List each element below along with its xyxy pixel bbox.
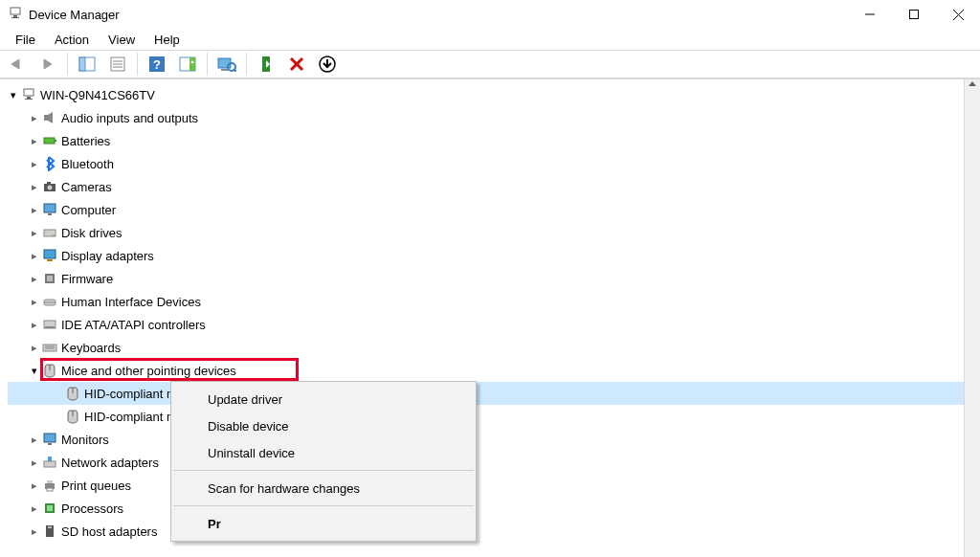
chevron-right-icon[interactable]: ▸	[29, 181, 40, 193]
speaker-icon	[40, 110, 59, 125]
svg-rect-0	[11, 8, 20, 14]
forward-button[interactable]	[34, 52, 61, 77]
scan-hardware-toolbar-button[interactable]	[213, 52, 240, 77]
cpu-icon	[40, 501, 59, 516]
chevron-right-icon[interactable]: ▸	[29, 342, 40, 354]
back-button[interactable]	[4, 52, 31, 77]
console-tree-button[interactable]	[74, 52, 100, 77]
tree-category-ide[interactable]: ▸IDE ATA/ATAPI controllers	[8, 313, 964, 336]
tree-category-monitor[interactable]: ▸Monitors	[8, 428, 964, 451]
camera-icon	[40, 179, 59, 194]
menu-help[interactable]: Help	[145, 31, 189, 49]
close-button[interactable]	[936, 0, 980, 29]
chevron-down-icon[interactable]: ▾	[29, 365, 40, 377]
menu-view[interactable]: View	[99, 31, 145, 49]
chevron-right-icon[interactable]: ▸	[29, 296, 40, 308]
ctx-disable-device[interactable]: Disable device	[171, 412, 476, 439]
tree-label: Network adapters	[61, 456, 159, 470]
chevron-right-icon[interactable]: ▸	[29, 158, 40, 170]
tree-category-camera[interactable]: ▸Cameras	[8, 175, 964, 198]
svg-point-32	[48, 186, 53, 190]
tree-item-mouse[interactable]: HID-compliant mouse	[8, 382, 964, 405]
maximize-button[interactable]	[892, 0, 936, 29]
enable-device-toolbar-button[interactable]	[253, 52, 279, 77]
vertical-scrollbar[interactable]	[964, 79, 980, 557]
tree-category-speaker[interactable]: ▸Audio inputs and outputs	[8, 106, 964, 129]
ctx-scan-hardware[interactable]: Scan for hardware changes	[171, 475, 476, 501]
chevron-right-icon[interactable]: ▸	[29, 434, 40, 446]
tree-category-sd[interactable]: ▸SD host adapters	[8, 520, 964, 543]
ctx-uninstall-device[interactable]: Uninstall device	[171, 439, 476, 466]
tree-category-disk[interactable]: ▸Disk drives	[8, 221, 964, 244]
tree-category-mouse[interactable]: ▾Mice and other pointing devices	[8, 359, 964, 382]
chip-icon	[40, 271, 59, 286]
svg-text:?: ?	[153, 57, 161, 72]
ide-icon	[40, 317, 59, 332]
svg-rect-1	[13, 15, 17, 17]
menu-file[interactable]: File	[6, 31, 45, 49]
tree-category-bluetooth[interactable]: ▸Bluetooth	[8, 152, 964, 175]
chevron-right-icon[interactable]: ▸	[29, 227, 40, 239]
tree-label: Mice and other pointing devices	[61, 364, 236, 378]
disk-icon	[40, 225, 59, 240]
chevron-right-icon[interactable]: ▸	[29, 502, 40, 515]
svg-rect-18	[221, 69, 228, 71]
ctx-properties[interactable]: Pr	[171, 510, 476, 537]
tree-label: Bluetooth	[61, 157, 114, 171]
tree-category-network[interactable]: ▸Network adapters	[8, 451, 964, 474]
tree-label: Keyboards	[61, 341, 121, 355]
tree-item-mouse[interactable]: HID-compliant m	[8, 405, 964, 428]
chevron-right-icon[interactable]: ▸	[29, 457, 40, 469]
tree-category-printer[interactable]: ▸Print queues	[8, 474, 964, 497]
chevron-right-icon[interactable]: ▸	[29, 112, 40, 124]
svg-point-37	[53, 234, 55, 236]
scan-arrow-toolbar-button[interactable]	[314, 52, 341, 77]
svg-rect-38	[44, 250, 56, 258]
device-manager-window: Device Manager File Action View Help	[0, 0, 980, 557]
pc-icon	[19, 87, 38, 102]
svg-rect-55	[48, 457, 52, 461]
tree-label: Audio inputs and outputs	[61, 111, 198, 125]
tree-category-battery[interactable]: ▸Batteries	[8, 129, 964, 152]
hid-icon	[40, 294, 59, 309]
tree-label: Firmware	[61, 272, 113, 286]
ctx-separator	[173, 505, 474, 506]
chevron-right-icon[interactable]: ▸	[29, 135, 40, 147]
tree-category-display[interactable]: ▸Display adapters	[8, 244, 964, 267]
window-title: Device Manager	[29, 8, 120, 22]
svg-rect-16	[189, 57, 195, 71]
toolbar-separator	[246, 53, 247, 76]
svg-rect-61	[48, 526, 52, 528]
tree-category-monitor[interactable]: ▸Computer	[8, 198, 964, 221]
uninstall-device-toolbar-button[interactable]	[283, 52, 310, 77]
help-toolbar-button[interactable]: ?	[144, 52, 170, 77]
ctx-update-driver[interactable]: Update driver	[171, 386, 476, 412]
svg-rect-26	[27, 97, 31, 99]
properties-toolbar-button[interactable]	[104, 52, 131, 77]
tree-category-hid[interactable]: ▸Human Interface Devices	[8, 290, 964, 313]
tree-label: IDE ATA/ATAPI controllers	[61, 318, 206, 332]
toolbar-separator	[67, 53, 68, 76]
chevron-right-icon[interactable]: ▸	[29, 319, 40, 331]
toolbar-separator	[137, 53, 138, 76]
device-tree[interactable]: ▾WIN-Q9N41CS66TV▸Audio inputs and output…	[0, 79, 964, 557]
chevron-down-icon[interactable]: ▾	[8, 89, 19, 101]
tree-label: Human Interface Devices	[61, 295, 201, 309]
chevron-right-icon[interactable]: ▸	[29, 250, 40, 262]
menu-action[interactable]: Action	[45, 31, 99, 49]
chevron-right-icon[interactable]: ▸	[29, 479, 40, 492]
monitor-icon	[40, 432, 59, 447]
tree-category-cpu[interactable]: ▸Processors	[8, 497, 964, 520]
action-toolbar-button[interactable]	[174, 52, 201, 77]
tree-category-chip[interactable]: ▸Firmware	[8, 267, 964, 290]
svg-rect-2	[11, 17, 19, 18]
bluetooth-icon	[40, 156, 59, 171]
svg-rect-41	[47, 276, 53, 281]
chevron-right-icon[interactable]: ▸	[29, 525, 40, 538]
chevron-right-icon[interactable]: ▸	[29, 273, 40, 285]
tree-category-keyboard[interactable]: ▸Keyboards	[8, 336, 964, 359]
tree-root[interactable]: ▾WIN-Q9N41CS66TV	[8, 83, 964, 106]
mouse-icon	[63, 409, 82, 424]
minimize-button[interactable]	[848, 0, 892, 29]
chevron-right-icon[interactable]: ▸	[29, 204, 40, 216]
